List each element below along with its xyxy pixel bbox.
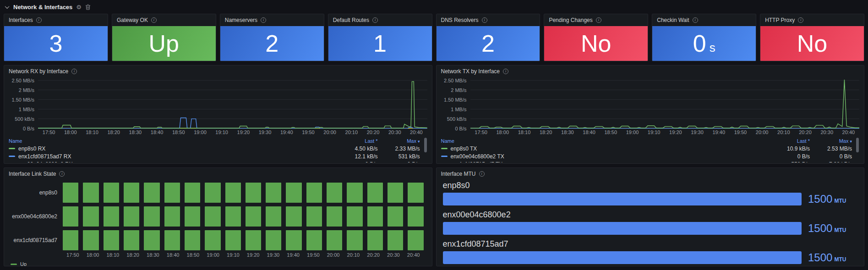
legend-col-max[interactable]: Max▾ — [378, 138, 420, 144]
legend-series-label[interactable]: enp8s0 TX — [451, 146, 477, 152]
legend-table: NameLast *Max▾enp8s0 RX4.50 kB/s2.33 MB/… — [9, 137, 427, 162]
panel-header[interactable]: Interface Link State i — [4, 168, 432, 180]
link-state-track — [63, 183, 424, 203]
link-state-up-block — [286, 206, 301, 227]
panel-title: Default Routes — [333, 17, 369, 23]
series-line-enp8s0-tx — [470, 80, 860, 128]
legend-series-name[interactable]: enx00e04c6800e2 RX — [9, 161, 336, 162]
info-icon[interactable]: i — [151, 17, 157, 23]
scrollbar-thumb[interactable] — [424, 138, 427, 152]
legend-series-name[interactable]: enp8s0 TX — [441, 146, 768, 152]
panel-header[interactable]: Checkin Waiti — [652, 14, 756, 26]
panel-title: Gateway OK — [117, 17, 148, 23]
bar-gauge-rows: enp8s01500MTUenx00e04c6800e21500MTUenx1c… — [437, 180, 864, 266]
legend-col-last[interactable]: Last * — [768, 138, 810, 144]
plot-area[interactable] — [470, 78, 860, 129]
legend-series-label[interactable]: enx1cfd08715ad7 TX — [451, 161, 503, 162]
legend-series-name[interactable]: enx1cfd08715ad7 TX — [441, 161, 768, 162]
legend-swatch-up — [11, 264, 17, 265]
link-state-up-block — [83, 230, 98, 250]
stat-value-group: 3 — [49, 32, 62, 55]
panel-header[interactable]: Default Routesi — [328, 14, 432, 26]
y-tick-label: 2.50 MB/s — [11, 78, 34, 83]
legend-label-up[interactable]: Up — [20, 261, 27, 266]
legend-scrollbar[interactable] — [424, 137, 427, 161]
x-tick-label: 18:20 — [123, 252, 143, 258]
legend-last-value: 0 B/s — [336, 161, 378, 162]
info-icon[interactable]: i — [372, 17, 378, 23]
legend-series-label[interactable]: enx00e04c6800e2 TX — [451, 153, 504, 160]
x-tick-label: 19:40 — [280, 130, 293, 135]
trash-icon[interactable] — [85, 4, 91, 10]
panel-title: Network RX by Interface — [9, 68, 68, 75]
legend-row: enx00e04c6800e2 RX0 B/s0 B/s — [9, 160, 427, 162]
panel-header[interactable]: HTTP Proxyi — [760, 14, 864, 26]
x-tick-label: 19:50 — [303, 252, 323, 258]
x-tick-label: 18:10 — [518, 130, 531, 135]
y-axis: 2.50 MB/s2 MB/s1.50 MB/s1 MB/s500 kB/s0 … — [441, 78, 470, 129]
legend-col-name[interactable]: Name — [9, 138, 336, 144]
panel-header[interactable]: Interfacesi — [4, 14, 108, 26]
link-state-up-block — [408, 183, 423, 203]
panel-header[interactable]: Network RX by Interface i — [4, 65, 432, 77]
x-tick-label: 20:00 — [323, 130, 336, 135]
info-icon[interactable]: i — [693, 17, 698, 23]
link-state-up-block — [388, 230, 403, 250]
series-swatch — [9, 156, 15, 157]
legend-series-label[interactable]: enx1cfd08715ad7 RX — [18, 153, 71, 160]
legend-col-max[interactable]: Max▾ — [810, 138, 852, 144]
legend-series-name[interactable]: enx00e04c6800e2 TX — [441, 153, 768, 160]
panel-header[interactable]: Network TX by Interface i — [437, 65, 864, 77]
legend-scrollbar[interactable] — [856, 137, 859, 161]
x-tick-label: 19:40 — [712, 130, 725, 135]
panel-header[interactable]: Gateway OKi — [112, 14, 216, 26]
x-tick-label: 18:40 — [163, 252, 183, 258]
stat-panel-pending-changes: Pending ChangesiNo — [544, 14, 648, 61]
info-icon[interactable]: i — [59, 171, 65, 177]
info-icon[interactable]: i — [482, 17, 487, 23]
legend-col-last[interactable]: Last * — [336, 138, 378, 144]
link-state-track — [63, 230, 424, 250]
x-tick-label: 20:40 — [410, 130, 423, 135]
scrollbar-thumb[interactable] — [856, 138, 859, 152]
legend-series-label[interactable]: enp8s0 RX — [18, 146, 45, 152]
legend-max-value: 2.33 MB/s — [378, 146, 420, 152]
stat-value: No — [581, 32, 611, 55]
link-state-up-block — [225, 183, 241, 203]
link-state-row-label: enx1cfd08715ad7 — [9, 237, 63, 243]
info-icon[interactable]: i — [798, 17, 803, 23]
legend-row: enx1cfd08715ad7 RX12.1 kB/s531 kB/s — [9, 152, 427, 160]
panel-header[interactable]: Nameserversi — [220, 14, 324, 26]
stat-value-suffix: s — [710, 41, 715, 55]
x-tick-label: 20:30 — [388, 130, 401, 135]
link-state-up-block — [306, 183, 322, 203]
gear-icon[interactable]: ⚙ — [76, 4, 82, 10]
legend-series-name[interactable]: enx1cfd08715ad7 RX — [9, 153, 336, 160]
info-icon[interactable]: i — [71, 69, 77, 74]
chevron-down-icon[interactable] — [5, 4, 10, 9]
info-icon[interactable]: i — [596, 17, 601, 23]
sort-caret-icon: ▾ — [418, 139, 420, 144]
series-swatch — [441, 156, 448, 157]
x-tick-label: 18:00 — [83, 252, 103, 258]
mtu-interface-name: enx00e04c6800e2 — [443, 210, 858, 220]
panel-header[interactable]: DNS Resolversi — [437, 14, 540, 26]
link-state-row-label: enx00e04c6800e2 — [9, 213, 63, 220]
legend-series-name[interactable]: enp8s0 RX — [9, 146, 336, 152]
info-icon[interactable]: i — [503, 69, 508, 74]
info-icon[interactable]: i — [261, 17, 266, 23]
plot-area[interactable] — [38, 78, 427, 129]
stat-panel-nameservers: Nameserversi2 — [220, 14, 324, 61]
legend-col-name[interactable]: Name — [441, 138, 768, 144]
panel-header[interactable]: Interface MTU i — [437, 168, 864, 180]
info-icon[interactable]: i — [479, 171, 485, 177]
link-state-up-block — [367, 206, 383, 227]
link-state-up-block — [124, 230, 139, 250]
panel-header[interactable]: Pending Changesi — [544, 14, 648, 26]
legend-series-label[interactable]: enx00e04c6800e2 RX — [18, 161, 73, 162]
info-icon[interactable]: i — [36, 17, 42, 23]
legend-max-value: 0 B/s — [810, 153, 852, 160]
dashboard-row-header[interactable]: Network & Interfaces ⚙ — [0, 0, 868, 14]
link-state-up-block — [347, 183, 362, 203]
panel-interface-link-state: Interface Link State i enp8s0enx00e04c68… — [4, 167, 432, 266]
